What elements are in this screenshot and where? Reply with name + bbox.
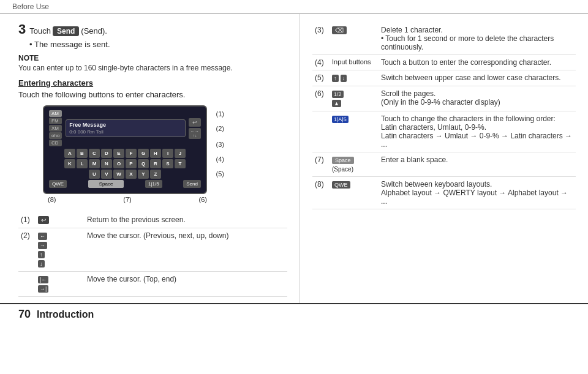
key-e[interactable]: E [113,149,124,158]
key-z[interactable]: Z [150,170,161,179]
source-am: AM [49,110,62,117]
num-button[interactable]: 1|1/5 [145,180,162,188]
ref-right-icon-3: ⌫ [330,23,379,55]
key-y[interactable]: Y [138,170,149,179]
space-parens: (Space) [332,166,353,173]
ref-right-row-8: (8) QWE Switch between keyboard layouts.… [312,177,576,209]
key-h[interactable]: H [150,149,161,158]
ref-icon-3: |← →| [36,272,85,297]
cursor-up-icon: ↑ [38,251,45,258]
ref-desc-1: Return to the previous screen. [85,212,287,228]
source-fm: FM [49,118,62,124]
ref-right-num-4: (4) [312,55,330,70]
ref-right-label-4: Input buttons [330,55,379,70]
callout-6: (6) [199,196,207,203]
key-v[interactable]: V [101,170,112,179]
key-m[interactable]: M [89,159,100,168]
key-x[interactable]: X [126,170,137,179]
ref-table-right: (3) ⌫ Delete 1 character. • Touch for 1 … [312,23,576,209]
ref-right-icon-6a: 1/2 ▲ [330,86,379,111]
ref-right-row-4: (4) Input buttons Touch a button to ente… [312,55,576,70]
step-action-end: (Send). [81,26,107,36]
keyboard-diagram: AM FM XM oho CD Free Message 0:0 000 Rm … [37,105,207,203]
callout-2: (2) [216,125,224,132]
key-q[interactable]: Q [138,159,149,168]
page-number: 70 [18,308,31,321]
key-row-1: A B C D E F G H I J [49,149,201,158]
key-u[interactable]: U [89,170,100,179]
source-oho: oho [49,132,62,139]
key-f[interactable]: F [126,149,137,158]
key-i[interactable]: I [162,149,173,158]
footer: 70 Introduction [0,303,588,324]
ref-right-icon-6b: 1|A|5 [330,111,379,152]
key-r[interactable]: R [150,159,161,168]
callout-3: (3) [216,141,224,148]
step-line: 3 Touch Send (Send). [18,23,287,36]
ref-table-left: (1) ↩ Return to the previous screen. (2)… [18,212,287,297]
lowercase-icon: ↓ [341,75,347,82]
back-icon: ↩ [38,216,49,224]
step-action: Touch [29,26,51,36]
ref-right-icon-7: Space (Space) [330,152,379,177]
ref-right-row-5: (5) ↑ ↓ Switch between upper case and lo… [312,70,576,86]
key-j[interactable]: J [175,149,186,158]
section-title: Entering characters [18,78,287,88]
ref-right-icon-5: ↑ ↓ [330,70,379,86]
right-buttons: ↩ ←→↑↓ [189,118,201,139]
key-w[interactable]: W [113,170,124,179]
space-icon: Space [332,157,354,164]
source-tabs: AM FM XM oho CD [49,110,62,146]
key-n[interactable]: N [101,159,112,168]
step-number: 3 [18,23,26,36]
key-b[interactable]: B [77,149,88,158]
key-s[interactable]: S [162,159,173,168]
ref-right-desc-8: Switch between keyboard layouts. Alphabe… [379,177,576,209]
ref-right-row-6a: (6) 1/2 ▲ Scroll the pages. (Only in the… [312,86,576,111]
key-g[interactable]: G [138,149,149,158]
qwe-button[interactable]: QWE [49,180,67,188]
ref-right-row-7: (7) Space (Space) Enter a blank space. [312,152,576,177]
ref-right-desc-6a: Scroll the pages. (Only in the 0-9-% cha… [379,86,576,111]
ref-right-icon-8: QWE [330,177,379,209]
key-a[interactable]: A [64,149,75,158]
right-btn-arrows: ←→↑↓ [189,128,201,139]
key-d[interactable]: D [101,149,112,158]
space-button[interactable]: Space [88,180,124,188]
ref-row-3: |← →| Move the cursor. (Top, end) [18,272,287,297]
key-c[interactable]: C [89,149,100,158]
ref-right-num-6a: (6) [312,86,330,111]
ref-right-num-6b [312,111,330,152]
callout-5: (5) [216,170,224,178]
delete-icon: ⌫ [332,26,347,34]
source-xm: XM [49,125,62,132]
note-label: NOTE [18,54,287,62]
ref-right-desc-3: Delete 1 character. • Touch for 1 second… [379,23,576,55]
key-p[interactable]: P [126,159,137,168]
ref-num-2: (2) [18,228,36,272]
footer-label: Introduction [37,309,94,320]
ref-desc-3: Move the cursor. (Top, end) [85,272,287,297]
ref-icon-2: ← → ↑ ↓ [36,228,85,272]
ref-right-desc-4: Touch a button to enter the correspondin… [379,55,576,70]
cursor-end-icon: →| [38,285,48,293]
kb-title-bar: AM FM XM oho CD Free Message 0:0 000 Rm … [49,110,201,146]
key-t[interactable]: T [175,159,186,168]
key-l[interactable]: L [77,159,88,168]
left-column: 3 Touch Send (Send). • The message is se… [0,14,300,303]
msg-status: 0:0 000 Rm Tall [69,129,182,135]
key-o[interactable]: O [113,159,124,168]
step-bullet: • The message is sent. [29,40,287,49]
key-k[interactable]: K [64,159,75,168]
kb-bottom-row: QWE Space 1|1/5 Send [49,180,201,188]
key-row-2: K L M N O P Q R S T [49,159,201,168]
key-rows: A B C D E F G H I J K L M [49,149,201,179]
ref-row-2: (2) ← → ↑ ↓ Move the cursor. (Previous, … [18,228,287,272]
ref-right-num-7: (7) [312,152,330,177]
section-desc: Touch the following buttons to enter cha… [18,90,287,99]
kb-send-button[interactable]: Send [183,180,201,188]
char-mode-icon: 1|A|5 [332,116,349,123]
ref-right-row-3: (3) ⌫ Delete 1 character. • Touch for 1 … [312,23,576,55]
uppercase-icon: ↑ [332,75,339,82]
cursor-left-icon: ← [38,233,47,240]
